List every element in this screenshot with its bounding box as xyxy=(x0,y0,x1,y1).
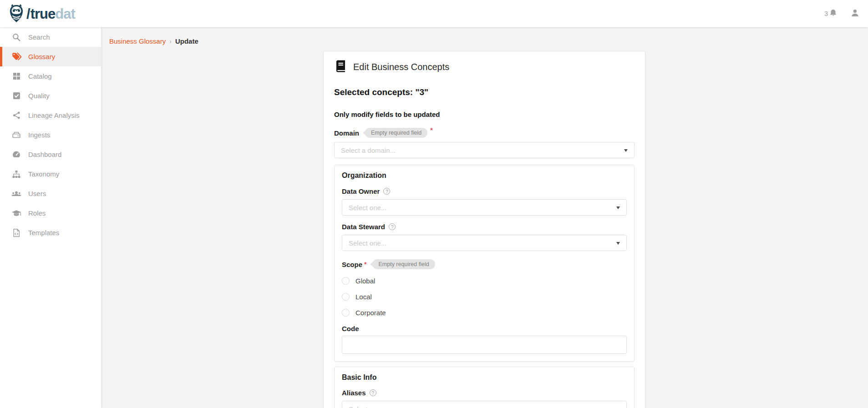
sidebar-item-label: Search xyxy=(28,33,50,41)
sidebar-item-label: Taxonomy xyxy=(28,170,59,178)
organization-section: Organization Data Owner ? Select one... … xyxy=(334,165,635,362)
aliases-label: Aliases xyxy=(342,389,366,397)
code-label: Code xyxy=(342,325,359,332)
search-icon xyxy=(11,32,21,42)
users-icon xyxy=(11,189,21,199)
user-menu-button[interactable] xyxy=(850,8,860,20)
sidebar-item-users[interactable]: Users xyxy=(0,184,101,203)
sidebar-item-label: Users xyxy=(28,190,46,197)
file-code-icon xyxy=(11,228,21,238)
sidebar-item-quality[interactable]: Quality xyxy=(0,86,101,106)
instruction-text: Only modify fields to be updated xyxy=(334,111,635,118)
sidebar-item-roles[interactable]: Roles xyxy=(0,203,101,223)
gauge-icon xyxy=(11,150,21,160)
sidebar-item-label: Templates xyxy=(28,229,59,237)
selected-concepts-text: Selected concepts: "3" xyxy=(334,87,635,97)
bell-icon xyxy=(829,9,838,19)
help-icon[interactable]: ? xyxy=(370,389,376,396)
domain-select-placeholder: Select a domain... xyxy=(341,146,396,154)
radio-label: Corporate xyxy=(355,309,386,317)
data-steward-select[interactable]: Select one... xyxy=(342,235,627,251)
basic-info-section: Basic Info Aliases ? Select one... GDPR … xyxy=(334,367,635,408)
page-title: Edit Business Concepts xyxy=(353,62,449,72)
sidebar-item-label: Lineage Analysis xyxy=(28,111,80,119)
scope-radio-global[interactable]: Global xyxy=(342,276,627,285)
breadcrumb-business-glossary[interactable]: Business Glossary xyxy=(109,37,166,45)
sidebar-item-lineage-analysis[interactable]: Lineage Analysis xyxy=(0,106,101,125)
radio-label: Local xyxy=(355,293,372,301)
chevron-down-icon xyxy=(616,207,620,209)
aliases-select[interactable]: Select one... xyxy=(342,401,627,408)
grid-icon xyxy=(11,71,21,81)
edit-concepts-card: Edit Business Concepts Selected concepts… xyxy=(323,51,645,408)
drive-icon xyxy=(11,130,21,140)
code-input[interactable] xyxy=(342,336,627,354)
sidebar-item-label: Roles xyxy=(28,209,46,217)
sidebar-item-search[interactable]: Search xyxy=(0,27,101,47)
scope-radio-local[interactable]: Local xyxy=(342,292,627,301)
tags-icon xyxy=(11,52,21,62)
data-owner-select[interactable]: Select one... xyxy=(342,199,627,216)
domain-select[interactable]: Select a domain... xyxy=(334,142,635,158)
check-square-icon xyxy=(11,91,21,101)
graduation-cap-icon xyxy=(11,208,21,218)
radio-icon xyxy=(342,309,350,317)
chevron-down-icon xyxy=(624,149,628,152)
sidebar-item-label: Quality xyxy=(28,92,50,100)
sidebar-item-label: Glossary xyxy=(28,53,55,60)
breadcrumb: Business Glossary › Update xyxy=(109,37,198,45)
main-content: Business Glossary › Update Edit Business… xyxy=(101,27,868,408)
notifications-button[interactable]: 3 xyxy=(824,9,838,19)
book-icon xyxy=(334,59,347,75)
sidebar-item-label: Catalog xyxy=(28,72,52,80)
help-icon[interactable]: ? xyxy=(383,188,390,195)
breadcrumb-separator: › xyxy=(169,38,172,45)
notification-count: 3 xyxy=(824,10,828,17)
data-owner-label: Data Owner xyxy=(342,187,380,195)
sidebar-item-label: Dashboard xyxy=(28,151,61,158)
sidebar-item-dashboard[interactable]: Dashboard xyxy=(0,145,101,164)
sidebar-item-taxonomy[interactable]: Taxonomy xyxy=(0,164,101,184)
aliases-placeholder: Select one... xyxy=(349,405,386,408)
organization-title: Organization xyxy=(342,171,627,180)
sidebar-item-ingests[interactable]: Ingests xyxy=(0,125,101,145)
top-header: /truedat 3 xyxy=(0,0,868,27)
scope-radio-corporate[interactable]: Corporate xyxy=(342,308,627,317)
user-icon xyxy=(850,8,860,20)
sitemap-icon xyxy=(11,169,21,179)
sidebar-item-glossary[interactable]: Glossary xyxy=(0,47,101,66)
share-icon xyxy=(11,111,21,121)
help-icon[interactable]: ? xyxy=(389,223,396,230)
owl-icon xyxy=(7,4,25,24)
radio-icon xyxy=(342,293,350,301)
data-steward-label: Data Steward xyxy=(342,223,385,231)
domain-label: Domain xyxy=(334,129,359,137)
sidebar-item-templates[interactable]: Templates xyxy=(0,223,101,242)
domain-required-marker: * xyxy=(430,126,432,134)
scope-required-marker: * xyxy=(364,261,366,268)
domain-empty-required-badge: Empty required field xyxy=(365,128,427,138)
data-steward-placeholder: Select one... xyxy=(349,239,386,247)
chevron-down-icon xyxy=(616,242,620,245)
radio-icon xyxy=(342,277,350,285)
data-owner-placeholder: Select one... xyxy=(349,204,386,212)
breadcrumb-current: Update xyxy=(175,37,198,45)
truedat-logo[interactable]: /truedat xyxy=(7,4,75,24)
brand-wordmark: /truedat xyxy=(26,7,75,21)
radio-label: Global xyxy=(355,277,375,285)
scope-empty-required-badge: Empty required field xyxy=(372,259,435,269)
sidebar-item-catalog[interactable]: Catalog xyxy=(0,66,101,86)
scope-label: Scope xyxy=(342,261,362,268)
basic-info-title: Basic Info xyxy=(342,373,627,382)
sidebar-item-label: Ingests xyxy=(28,131,50,139)
sidebar-nav: Search Glossary Catalog xyxy=(0,27,101,408)
